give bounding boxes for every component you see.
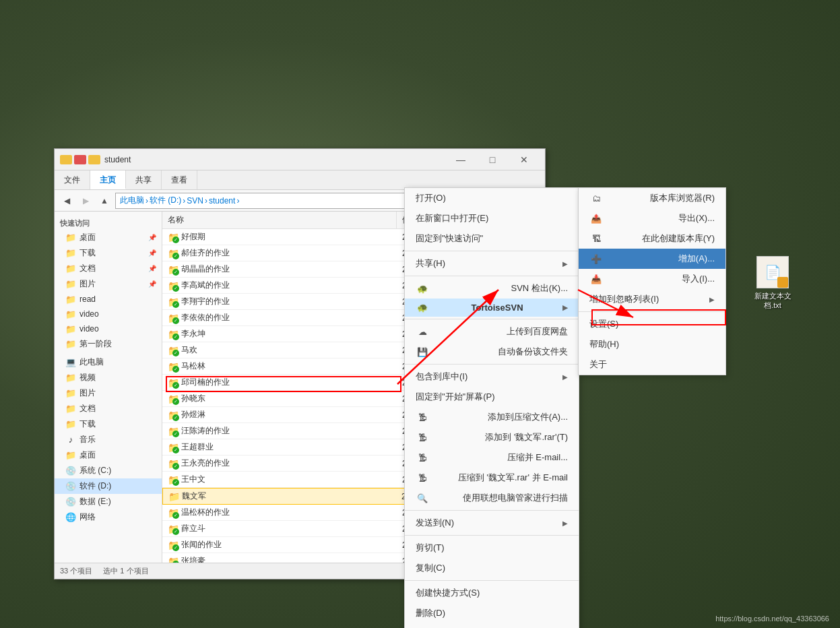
- sidebar-label: video: [79, 309, 99, 319]
- sidebar-item-videos[interactable]: 📁 视频: [55, 370, 162, 385]
- submenu-arrow: ▶: [709, 296, 715, 303]
- ctx-add-zip[interactable]: 🗜 添加到压缩文件(A)...: [405, 407, 579, 427]
- submenu-item-browser[interactable]: 🗂 版本库浏览器(R): [579, 188, 725, 208]
- ctx-baidu-upload[interactable]: ☁ 上传到百度网盘: [405, 321, 579, 342]
- svn-icon: 🐢: [416, 284, 429, 294]
- up-button[interactable]: ▲: [96, 193, 112, 209]
- sidebar-label: 桌面: [79, 449, 96, 461]
- sidebar-item-desktop1[interactable]: 📁 桌面 📌: [55, 230, 162, 245]
- folder-icon: 📁: [65, 419, 76, 430]
- folder-icon: 📁: [65, 248, 76, 259]
- sidebar-item-thispc[interactable]: 💻 此电脑: [55, 354, 162, 370]
- ctx-open[interactable]: 打开(O): [405, 188, 579, 208]
- minimize-button[interactable]: —: [445, 149, 476, 170]
- folder-icon: 📁: [65, 309, 76, 319]
- folder-icon: 📁: [65, 323, 76, 334]
- submenu-item-ignore[interactable]: 增加到忽略列表(I) ▶: [579, 289, 725, 309]
- ctx-create-shortcut[interactable]: 创建快捷方式(S): [405, 583, 579, 603]
- submenu-label: 在此创建版本库(Y): [642, 232, 715, 245]
- sidebar-label: 视频: [79, 372, 96, 383]
- backup-icon: 💾: [416, 347, 429, 357]
- ctx-send-to[interactable]: 发送到(N) ▶: [405, 513, 579, 533]
- ctx-open-new-window[interactable]: 在新窗口中打开(E): [405, 208, 579, 228]
- ctx-zip-rar-email[interactable]: 🗜 压缩到 '魏文军.rar' 并 E-mail: [405, 468, 579, 488]
- ctx-zip-email[interactable]: 🗜 压缩并 E-mail...: [405, 447, 579, 468]
- submenu-item-import[interactable]: 📥 导入(I)...: [579, 269, 725, 289]
- sidebar-label: read: [79, 294, 96, 304]
- path-student[interactable]: student: [209, 196, 235, 206]
- submenu-item-about[interactable]: 关于: [579, 354, 725, 375]
- back-button[interactable]: ◀: [59, 193, 75, 209]
- ctx-label: 发送到(N): [416, 517, 454, 529]
- sidebar-item-drivee[interactable]: 💿 数据 (E:): [55, 494, 162, 509]
- item-count: 33 个项目: [60, 566, 92, 576]
- ctx-label: TortoiseSVN: [471, 303, 523, 313]
- submenu-label: 版本库浏览器(R): [650, 192, 715, 204]
- import-icon: 📥: [589, 274, 603, 284]
- submenu-item-settings[interactable]: 设置(S): [579, 314, 725, 334]
- forward-button[interactable]: ▶: [77, 193, 94, 209]
- cloud-icon: ☁: [416, 327, 429, 337]
- sidebar-label: 图片: [79, 278, 96, 290]
- ctx-cut[interactable]: 剪切(T): [405, 538, 579, 558]
- tab-view[interactable]: 查看: [162, 170, 197, 189]
- ctx-include-library[interactable]: 包含到库中(I) ▶: [405, 367, 579, 387]
- sidebar-item-music[interactable]: ♪ 音乐: [55, 432, 162, 447]
- submenu-label: 导入(I)...: [682, 273, 715, 285]
- drive-icon: 💿: [65, 481, 76, 492]
- ctx-auto-backup[interactable]: 💾 自动备份该文件夹: [405, 342, 579, 362]
- sidebar-item-pics1[interactable]: 📁 图片 📌: [55, 276, 162, 292]
- sidebar-item-drived[interactable]: 💿 软件 (D:): [55, 478, 162, 494]
- submenu-item-create-repo[interactable]: 🏗 在此创建版本库(Y): [579, 228, 725, 249]
- tab-file[interactable]: 文件: [55, 170, 90, 189]
- sidebar-item-video1[interactable]: 📁 video: [55, 307, 162, 321]
- ctx-scan[interactable]: 🔍 使用联想电脑管家进行扫描: [405, 488, 579, 508]
- ctx-label: 压缩并 E-mail...: [507, 451, 568, 464]
- sidebar-label: 文档: [79, 403, 96, 414]
- submenu-item-help[interactable]: 帮助(H): [579, 334, 725, 354]
- submenu-item-add[interactable]: ➕ 增加(A)...: [579, 249, 725, 269]
- path-pc[interactable]: 此电脑: [120, 195, 144, 206]
- zip-icon: 🗜: [416, 433, 429, 443]
- sidebar-item-pics2[interactable]: 📁 图片: [55, 385, 162, 401]
- sidebar-label: 第一阶段: [79, 338, 112, 350]
- close-button[interactable]: ✕: [509, 149, 540, 170]
- header-name[interactable]: 名称: [162, 212, 397, 228]
- sidebar-item-stage1[interactable]: 📁 第一阶段: [55, 336, 162, 352]
- ctx-rename[interactable]: 重命名(M): [405, 623, 579, 628]
- ctx-pin-quick[interactable]: 固定到"快速访问": [405, 228, 579, 249]
- window-controls: — □ ✕: [445, 149, 540, 170]
- sidebar-item-drivec[interactable]: 💿 系统 (C:): [55, 463, 162, 478]
- ctx-label: 压缩到 '魏文军.rar' 并 E-mail: [458, 472, 568, 484]
- sidebar-item-docs1[interactable]: 📁 文档 📌: [55, 261, 162, 276]
- ctx-pin-start[interactable]: 固定到"开始"屏幕(P): [405, 387, 579, 407]
- context-menu: 打开(O) 在新窗口中打开(E) 固定到"快速访问" 共享(H) ▶ 🐢 SVN…: [404, 187, 579, 628]
- txt-icon: 📄: [756, 256, 789, 288]
- ctx-add-to-rar[interactable]: 🗜 添加到 '魏文军.rar'(T): [405, 427, 579, 447]
- ctx-label: 包含到库中(I): [416, 371, 467, 383]
- submenu-item-export[interactable]: 📤 导出(X)...: [579, 208, 725, 228]
- folder-icon: 📁: [65, 388, 76, 399]
- ctx-tortoisesvn[interactable]: 🐢 TortoiseSVN ▶: [405, 299, 579, 317]
- ctx-svn-checkout[interactable]: 🐢 SVN 检出(K)...: [405, 278, 579, 299]
- sidebar-item-network[interactable]: 🌐 网络: [55, 509, 162, 525]
- submenu-label: 导出(X)...: [678, 212, 715, 224]
- sidebar-item-download1[interactable]: 📁 下载 📌: [55, 245, 162, 261]
- path-svn[interactable]: SVN: [187, 196, 203, 206]
- sidebar-item-download2[interactable]: 📁 下载: [55, 416, 162, 432]
- maximize-button[interactable]: □: [477, 149, 508, 170]
- path-drive[interactable]: 软件 (D:): [150, 195, 181, 206]
- sidebar-item-desktop2[interactable]: 📁 桌面: [55, 447, 162, 463]
- tab-share[interactable]: 共享: [126, 170, 162, 189]
- ctx-copy[interactable]: 复制(C): [405, 558, 579, 578]
- ctx-delete[interactable]: 删除(D): [405, 603, 579, 623]
- desktop-icon-txt[interactable]: 📄 新建文本文 档.txt: [746, 256, 800, 311]
- sidebar-item-video2[interactable]: 📁 video: [55, 321, 162, 336]
- sidebar-item-docs2[interactable]: 📁 文档: [55, 401, 162, 416]
- tab-home[interactable]: 主页: [90, 170, 126, 189]
- sidebar-label: 音乐: [79, 434, 96, 445]
- drive-icon: 💿: [65, 466, 76, 476]
- ctx-share[interactable]: 共享(H) ▶: [405, 253, 579, 274]
- sidebar-label: 文档: [79, 263, 96, 274]
- sidebar-item-read[interactable]: 📁 read: [55, 292, 162, 307]
